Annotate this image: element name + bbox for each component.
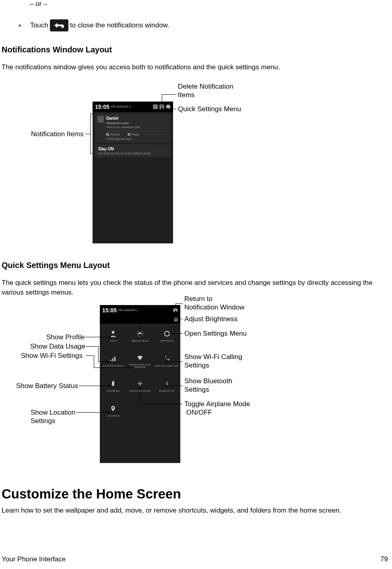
bullet-icon: ■ <box>19 23 21 28</box>
lead-line <box>85 134 90 134</box>
callout-show-data-usage: Show Data Usage <box>30 342 85 351</box>
status-time: 15:05 <box>102 307 117 314</box>
pencil-icon <box>174 318 178 322</box>
callout-show-location: Show Location Settings <box>31 408 76 426</box>
battery-icon <box>109 380 117 388</box>
notification-item-1: Daniel Weekend's plan Here is our weeken… <box>95 114 171 143</box>
lead-dot <box>109 336 111 338</box>
notif2-title: Stay ON <box>98 147 167 151</box>
location-icon <box>109 405 117 413</box>
svg-line-7 <box>142 336 142 336</box>
lead-line <box>167 361 183 362</box>
lead-line <box>94 368 130 368</box>
notif1-email: XXXXX@ymax.com <box>106 137 167 140</box>
heading-notifications-layout: Notifications Window Layout <box>2 45 390 54</box>
tile-bluetooth-label: BLUETOOTH <box>159 390 175 392</box>
lead-dot <box>161 108 163 110</box>
callout-notification-items: Notification Items <box>31 130 83 138</box>
callout-airplane-mode: Toggle Airplane Mode ON/OFF <box>184 400 250 417</box>
svg-line-8 <box>138 336 138 336</box>
svg-line-6 <box>138 331 138 332</box>
lead-dot <box>108 385 110 387</box>
callout-show-wifi-settings: Show Wi-Fi Settings <box>21 351 83 360</box>
notification-item-2: Stay ON Can keep screen on while holding… <box>95 144 171 157</box>
notif2-body: Can keep screen on while holding it [hol… <box>98 152 167 155</box>
lead-dot <box>139 386 141 388</box>
tile-data-label: XXXXXXXXXXXX <box>103 365 124 367</box>
lead-line <box>140 319 140 335</box>
lead-dot <box>165 332 167 334</box>
lead-line <box>167 333 183 334</box>
diagram-notifications: 15:05 FRI, AUGUST 1 Daniel Weekend's pla… <box>2 80 390 247</box>
lead-line <box>85 346 98 347</box>
lead-dot <box>167 108 169 110</box>
svg-rect-13 <box>113 381 113 382</box>
archive-icon <box>106 133 109 136</box>
tile-location-label: LOCATION <box>107 415 120 417</box>
tile-settings: SETTINGS <box>153 324 180 349</box>
lead-line <box>76 412 109 413</box>
tile-battery: CHARGED <box>100 374 127 399</box>
notif1-archive: Archive <box>110 133 120 136</box>
callout-open-settings: Open Settings Menu <box>184 329 247 338</box>
para-notifications-layout: The notifications window gives you acces… <box>2 62 390 73</box>
reply-icon <box>128 133 130 136</box>
lead-line <box>94 355 94 368</box>
lead-line <box>140 319 183 319</box>
lead-dot <box>108 361 110 363</box>
tile-wifi: SEARCHING FOR SERVICE <box>127 349 154 374</box>
heading-customize-home: Customize the Home Screen <box>2 486 390 502</box>
callout-show-profile: Show Profile <box>46 333 85 341</box>
callout-quick-settings: Quick Settings Menu <box>178 105 241 113</box>
phone-screenshot-1: 15:05 FRI, AUGUST 1 Daniel Weekend's pla… <box>93 102 173 243</box>
svg-line-9 <box>142 331 142 332</box>
wifi-icon <box>136 353 144 361</box>
status-date: FRI, AUGUST 1 <box>111 105 131 108</box>
trash-icon <box>153 104 158 109</box>
signal-icon <box>109 355 117 363</box>
lead-line <box>85 337 109 337</box>
lead-line <box>86 355 94 356</box>
para-customize-home: Learn how to set the wallpaper and add, … <box>2 506 390 516</box>
tile-brightness-label: BRIGHTNESS <box>132 340 149 342</box>
notif1-subtitle: Weekend's plan <box>106 121 167 125</box>
touch-after: to close the notifications window. <box>70 21 169 29</box>
tile-data: XXXXXXXXXXXX <box>100 349 127 374</box>
lead-dot <box>175 311 177 313</box>
avatar-icon <box>97 116 104 123</box>
callout-adjust-brightness: Adjust Brightness <box>184 315 237 323</box>
lead-line <box>98 346 99 361</box>
notif1-reply: Reply <box>132 133 139 136</box>
svg-point-0 <box>112 331 115 334</box>
status-date: FRI, AUGUST 1 <box>118 309 138 311</box>
callout-delete-notification: Delete Notification Items <box>178 82 233 100</box>
callout-wifi-calling: Show Wi-Fi Calling Settings <box>184 353 242 370</box>
bluetooth-icon <box>163 380 171 388</box>
lead-line <box>175 303 183 304</box>
tile-wifi-call-label: WIFI CALLING OFF <box>155 365 178 367</box>
callout-show-battery: Show Battery Status <box>16 382 78 390</box>
or-text: – or – <box>30 0 390 8</box>
lead-line <box>168 109 176 109</box>
lead-line <box>162 94 162 109</box>
lead-line <box>167 386 183 386</box>
back-icon <box>50 19 68 31</box>
heading-quick-settings-layout: Quick Settings Menu Layout <box>2 261 390 270</box>
status-bar: 15:05 FRI, AUGUST 1 <box>93 102 173 112</box>
lead-dot <box>129 367 131 369</box>
notif1-body: Here is our weekend's plan: <box>106 126 167 129</box>
tile-location: LOCATION <box>100 399 127 424</box>
tile-battery-label: CHARGED <box>107 390 120 392</box>
tile-profile-label: XXXX <box>110 340 117 342</box>
lead-line <box>140 404 183 404</box>
tile-wifi-label: SEARCHING FOR SERVICE <box>129 363 151 368</box>
lead-line <box>78 386 109 386</box>
footer-page-number: 79 <box>380 555 388 563</box>
footer-section: Your Phone Interface <box>2 555 66 563</box>
touch-instruction: ■ Touch to close the notifications windo… <box>19 19 390 31</box>
callout-return-notification: Return to Notification Window <box>184 295 244 312</box>
lead-line <box>98 361 109 362</box>
callout-bluetooth: Show Bluetooth Settings <box>184 377 232 394</box>
quick-settings-grid: XXXX BRIGHTNESS SETTINGS XXXXXXXXXXXX SE… <box>100 324 180 424</box>
status-time: 15:05 <box>95 104 109 110</box>
